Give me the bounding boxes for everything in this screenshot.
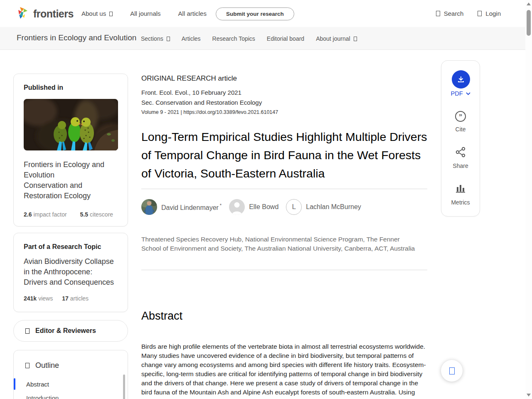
brand-wordmark: frontiers bbox=[33, 8, 74, 20]
bar-chart-icon bbox=[456, 184, 466, 193]
author-avatar-placeholder bbox=[229, 199, 245, 215]
pdf-download-button[interactable] bbox=[452, 70, 470, 89]
views-stat: 241kviews bbox=[24, 295, 53, 302]
list-icon bbox=[25, 363, 30, 368]
author-elle-bowd[interactable]: Elle Bowd bbox=[229, 199, 278, 215]
scroll-down-arrow[interactable] bbox=[527, 394, 531, 397]
search-button[interactable]: Search bbox=[436, 10, 464, 17]
chat-icon bbox=[449, 367, 455, 374]
author-david-lindenmayer[interactable]: David Lindenmayer* bbox=[141, 199, 222, 215]
frontiers-logo[interactable]: frontiers bbox=[16, 6, 74, 22]
tab-about-journal[interactable]: About journal bbox=[316, 35, 357, 42]
cite-button[interactable]: ” bbox=[441, 111, 480, 122]
svg-text:”: ” bbox=[459, 113, 462, 120]
search-icon bbox=[436, 11, 440, 16]
published-in-card: Published in bbox=[13, 74, 128, 227]
divider-line bbox=[141, 189, 427, 189]
scrollbar-thumb[interactable] bbox=[527, 10, 531, 36]
author-lachlan-mcburney[interactable]: L Lachlan McBurney bbox=[286, 199, 361, 215]
editor-reviewers-button[interactable]: Editor & Reviewers bbox=[13, 320, 128, 342]
outline-items: Abstract Introduction bbox=[14, 377, 128, 399]
action-rail: PDF ” Cite Share Metrics bbox=[441, 60, 480, 217]
user-icon bbox=[478, 11, 482, 16]
scroll-up-arrow[interactable] bbox=[527, 2, 531, 5]
published-section-link[interactable]: Conservation and Restoration Ecology bbox=[24, 180, 118, 201]
top-navbar: frontiers About us All journals All arti… bbox=[0, 0, 532, 27]
published-journal-link[interactable]: Frontiers in Ecology and Evolution bbox=[24, 160, 118, 180]
journal-cover-image[interactable] bbox=[24, 99, 118, 150]
frontiers-logo-icon bbox=[16, 6, 30, 22]
journal-links: Sections Articles Research Topics Editor… bbox=[141, 27, 357, 50]
cite-quote-icon: ” bbox=[455, 111, 466, 122]
nav-all-journals[interactable]: All journals bbox=[130, 10, 160, 17]
download-icon bbox=[457, 75, 465, 84]
share-label[interactable]: Share bbox=[441, 163, 480, 169]
article-type-label: ORIGINAL RESEARCH article bbox=[141, 74, 237, 83]
page-scrollbar[interactable] bbox=[525, 0, 532, 399]
chevron-down-icon bbox=[109, 12, 113, 16]
login-button[interactable]: Login bbox=[478, 10, 501, 17]
outline-card: Outline Abstract Introduction bbox=[13, 350, 128, 399]
article-section: Sec. Conservation and Restoration Ecolog… bbox=[141, 99, 262, 106]
people-icon bbox=[25, 328, 30, 334]
doi-link[interactable]: https://doi.org/10.3389/fevo.2021.610147 bbox=[183, 109, 278, 115]
outline-toggle[interactable]: Outline bbox=[14, 350, 128, 370]
abstract-text: Birds are high profile elements of the v… bbox=[141, 342, 427, 399]
tab-sections[interactable]: Sections bbox=[141, 35, 170, 42]
cite-label[interactable]: Cite bbox=[441, 126, 480, 133]
share-button[interactable] bbox=[441, 147, 480, 158]
metrics-button[interactable] bbox=[441, 184, 480, 193]
nav-all-articles[interactable]: All articles bbox=[178, 10, 207, 17]
journal-stats: 2.6impact factor 5.5citescore bbox=[24, 211, 118, 218]
metrics-label[interactable]: Metrics bbox=[441, 199, 480, 206]
author-affiliation: Threatened Species Recovery Hub, Nationa… bbox=[141, 235, 416, 253]
chevron-down-icon bbox=[167, 37, 170, 41]
author-avatar-photo bbox=[141, 199, 157, 215]
topnav-right: Search Login bbox=[436, 0, 501, 27]
chevron-down-icon bbox=[354, 37, 357, 41]
outline-item-introduction[interactable]: Introduction bbox=[14, 391, 128, 399]
research-topic-stats: 241kviews 17articles bbox=[24, 295, 118, 302]
share-icon bbox=[455, 147, 466, 158]
author-list: David Lindenmayer* Elle Bowd L Lachlan M… bbox=[141, 199, 361, 215]
chevron-down-icon bbox=[466, 92, 470, 96]
tab-articles[interactable]: Articles bbox=[182, 35, 201, 42]
author-avatar-initial: L bbox=[286, 199, 302, 215]
journal-navbar: Frontiers in Ecology and Evolution Secti… bbox=[0, 27, 532, 50]
impact-factor-stat: 2.6impact factor bbox=[24, 211, 67, 218]
pdf-label[interactable]: PDF bbox=[441, 90, 480, 97]
chat-widget-button[interactable] bbox=[441, 360, 463, 382]
article-citation: Front. Ecol. Evol., 10 February 2021 bbox=[141, 89, 241, 96]
tab-research-topics[interactable]: Research Topics bbox=[212, 35, 255, 42]
divider-line bbox=[141, 270, 427, 270]
outline-item-abstract[interactable]: Abstract bbox=[14, 377, 128, 391]
research-topic-card: Part of a Research Topic Avian Biodivers… bbox=[13, 233, 128, 312]
articles-stat: 17articles bbox=[62, 295, 89, 302]
nav-about-us[interactable]: About us bbox=[81, 10, 113, 17]
research-topic-heading: Part of a Research Topic bbox=[24, 243, 118, 251]
tab-editorial-board[interactable]: Editorial board bbox=[267, 35, 304, 42]
submit-research-button[interactable]: Submit your research bbox=[216, 7, 294, 20]
abstract-heading: Abstract bbox=[141, 310, 182, 323]
published-in-heading: Published in bbox=[24, 84, 118, 91]
research-topic-link[interactable]: Avian Biodiversity Collapse in the Anthr… bbox=[24, 256, 118, 288]
journal-home-link[interactable]: Frontiers in Ecology and Evolution bbox=[17, 33, 136, 42]
outline-scrollbar[interactable] bbox=[123, 374, 125, 399]
article-title: Long-Term Empirical Studies Highlight Mu… bbox=[141, 128, 429, 182]
topnav-links: About us All journals All articles bbox=[81, 0, 207, 27]
citescore-stat: 5.5citescore bbox=[80, 211, 113, 218]
article-volume-doi: Volume 9 - 2021 | https://doi.org/10.338… bbox=[141, 109, 278, 115]
